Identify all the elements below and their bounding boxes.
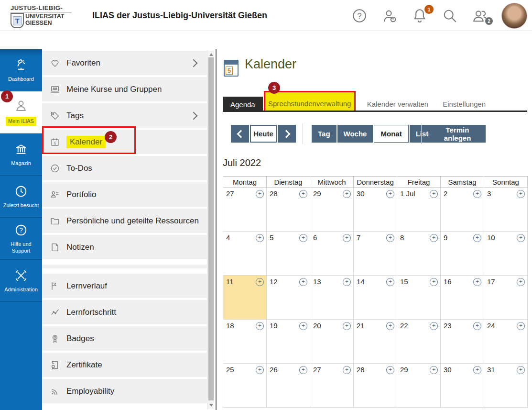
add-appointment-icon[interactable]: + <box>386 322 394 330</box>
menu-item-to-dos[interactable]: To-Dos <box>42 156 207 180</box>
add-appointment-icon[interactable]: + <box>256 190 264 198</box>
add-appointment-icon[interactable]: + <box>343 278 351 286</box>
day-number[interactable]: 3 <box>487 189 491 198</box>
add-appointment-icon[interactable]: + <box>517 278 525 286</box>
add-appointment-icon[interactable]: + <box>430 190 438 198</box>
day-number[interactable]: 10 <box>487 233 495 242</box>
menu-item-lernverlauf[interactable]: Lernverlauf <box>42 274 207 298</box>
view-button-woche[interactable]: Woche <box>337 125 373 143</box>
add-appointment-icon[interactable]: + <box>299 190 307 198</box>
day-number[interactable]: 14 <box>357 277 365 286</box>
add-appointment-icon[interactable]: + <box>256 234 264 242</box>
day-number[interactable]: 12 <box>270 277 278 286</box>
add-appointment-icon[interactable]: + <box>299 234 307 242</box>
add-appointment-icon[interactable]: + <box>517 366 525 374</box>
sidebar-item-administration[interactable]: Administration <box>0 260 42 302</box>
menu-item-employability[interactable]: Employability <box>42 379 207 403</box>
sidebar-item-zuletzt-besucht[interactable]: Zuletzt besucht <box>0 176 42 218</box>
add-appointment-icon[interactable]: + <box>386 234 394 242</box>
day-number[interactable]: 18 <box>226 321 234 330</box>
menu-item-portfolio[interactable]: Portfolio <box>42 182 207 207</box>
day-number[interactable]: 7 <box>357 233 360 242</box>
add-appointment-icon[interactable]: + <box>473 322 481 330</box>
day-number[interactable]: 5 <box>270 233 273 242</box>
add-appointment-icon[interactable]: + <box>386 366 394 374</box>
menu-item-pers-nliche-und-geteilte-ressourcen[interactable]: Persönliche und geteilte Ressourcen <box>42 209 207 233</box>
day-number[interactable]: 26 <box>270 366 278 374</box>
scrollbar-thumb[interactable] <box>208 57 214 400</box>
add-appointment-icon[interactable]: + <box>256 322 264 330</box>
day-number[interactable]: 17 <box>487 277 495 286</box>
day-number[interactable]: 6 <box>313 233 317 242</box>
day-number[interactable]: 15 <box>400 277 408 286</box>
user-avatar[interactable] <box>501 3 527 29</box>
add-appointment-icon[interactable]: + <box>299 322 307 330</box>
add-appointment-icon[interactable]: + <box>430 322 438 330</box>
today-button[interactable]: Heute <box>250 125 277 143</box>
day-number[interactable]: 20 <box>313 321 321 330</box>
view-button-tag[interactable]: Tag <box>312 125 337 143</box>
add-appointment-icon[interactable]: + <box>517 190 525 198</box>
notifications-icon[interactable]: 1 <box>411 7 428 24</box>
add-appointment-icon[interactable]: + <box>473 190 481 198</box>
add-appointment-icon[interactable]: + <box>256 278 264 286</box>
search-icon[interactable] <box>441 7 458 24</box>
day-number[interactable]: 16 <box>444 277 452 286</box>
contact-requests-icon[interactable] <box>381 7 398 24</box>
day-number[interactable]: 21 <box>357 321 365 330</box>
day-number[interactable]: 27 <box>313 366 321 374</box>
add-appointment-icon[interactable]: + <box>430 278 438 286</box>
add-appointment-icon[interactable]: + <box>299 278 307 286</box>
day-number[interactable]: 29 <box>400 366 408 374</box>
menu-item-badges[interactable]: Badges <box>42 326 207 351</box>
add-appointment-icon[interactable]: + <box>343 366 351 374</box>
add-appointment-icon[interactable]: + <box>299 366 307 374</box>
day-number[interactable]: 23 <box>444 321 452 330</box>
view-button-monat[interactable]: Monat <box>374 125 408 143</box>
day-number[interactable]: 1 Jul <box>400 189 415 198</box>
scroll-down-icon[interactable] <box>208 402 214 408</box>
menu-item-meine-kurse-und-gruppen[interactable]: Meine Kurse und Gruppen <box>42 77 207 101</box>
menu-item-zertifikate[interactable]: Zertifikate <box>42 353 207 377</box>
online-users-icon[interactable]: 2 <box>471 7 489 24</box>
day-number[interactable]: 29 <box>313 189 321 198</box>
day-number[interactable]: 8 <box>400 233 404 242</box>
add-appointment-icon[interactable]: + <box>386 278 394 286</box>
sidebar-item-magazin[interactable]: Magazin <box>0 133 42 176</box>
add-appointment-icon[interactable]: + <box>473 278 481 286</box>
day-number[interactable]: 9 <box>444 233 447 242</box>
add-appointment-icon[interactable]: + <box>256 366 264 374</box>
previous-period-button[interactable] <box>231 125 249 143</box>
menu-item-favoriten[interactable]: Favoriten <box>42 51 207 75</box>
add-appointment-icon[interactable]: + <box>343 322 351 330</box>
menu-item-lernfortschritt[interactable]: Lernfortschritt <box>42 300 207 324</box>
add-appointment-icon[interactable]: + <box>430 366 438 374</box>
day-number[interactable]: 28 <box>270 189 278 198</box>
day-number[interactable]: 24 <box>487 321 495 330</box>
day-number[interactable]: 28 <box>357 366 365 374</box>
add-appointment-icon[interactable]: + <box>343 234 351 242</box>
menu-item-notizen[interactable]: Notizen <box>42 235 207 259</box>
day-number[interactable]: 2 <box>444 189 447 198</box>
day-number[interactable]: 22 <box>400 321 408 330</box>
add-appointment-icon[interactable]: + <box>517 322 525 330</box>
day-number[interactable]: 13 <box>313 277 321 286</box>
scroll-up-icon[interactable] <box>208 51 214 57</box>
day-number[interactable]: 4 <box>226 233 230 242</box>
day-number[interactable]: 25 <box>226 366 234 374</box>
add-appointment-icon[interactable]: + <box>386 190 394 198</box>
add-appointment-icon[interactable]: + <box>430 234 438 242</box>
day-number[interactable]: 19 <box>270 321 278 330</box>
tab-sprechstundenverwaltung[interactable]: Sprechstundenverwaltung <box>264 91 356 112</box>
add-appointment-icon[interactable]: + <box>343 190 351 198</box>
add-appointment-icon[interactable]: + <box>517 234 525 242</box>
day-number[interactable]: 11 <box>226 277 234 286</box>
day-number[interactable]: 31 <box>487 366 495 374</box>
menu-item-tags[interactable]: Tags <box>42 103 207 128</box>
day-number[interactable]: 30 <box>357 189 365 198</box>
help-icon[interactable]: ? <box>351 7 368 24</box>
add-appointment-icon[interactable]: + <box>473 234 481 242</box>
day-number[interactable]: 30 <box>444 366 452 374</box>
next-period-button[interactable] <box>278 125 296 143</box>
tab-agenda[interactable]: Agenda <box>223 97 263 112</box>
